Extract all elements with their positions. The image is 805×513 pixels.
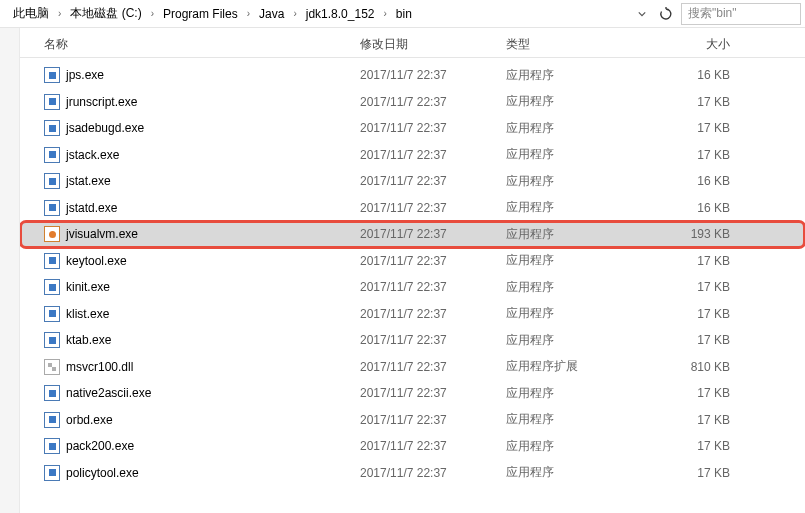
- file-date: 2017/11/7 22:37: [360, 95, 506, 109]
- file-date: 2017/11/7 22:37: [360, 201, 506, 215]
- exe-file-icon: [44, 67, 60, 83]
- file-name-cell: orbd.exe: [20, 412, 360, 428]
- file-name-cell: jvisualvm.exe: [20, 226, 360, 242]
- file-size: 17 KB: [650, 386, 750, 400]
- exe-file-icon: [44, 412, 60, 428]
- file-name-cell: kinit.exe: [20, 279, 360, 295]
- breadcrumb-item[interactable]: 本地磁盘 (C:): [67, 3, 144, 24]
- file-date: 2017/11/7 22:37: [360, 254, 506, 268]
- file-row[interactable]: klist.exe2017/11/7 22:37应用程序17 KB: [20, 301, 805, 328]
- exe-file-icon: [44, 306, 60, 322]
- file-row[interactable]: jvisualvm.exe2017/11/7 22:37应用程序193 KB: [20, 221, 805, 248]
- file-name: kinit.exe: [66, 280, 110, 294]
- file-size: 17 KB: [650, 280, 750, 294]
- file-date: 2017/11/7 22:37: [360, 227, 506, 241]
- exe-file-icon: [44, 279, 60, 295]
- breadcrumb-history-dropdown[interactable]: [631, 3, 653, 25]
- chevron-right-icon: ›: [243, 8, 254, 19]
- breadcrumb: 此电脑›本地磁盘 (C:)›Program Files›Java›jdk1.8.…: [4, 3, 629, 24]
- file-date: 2017/11/7 22:37: [360, 360, 506, 374]
- exe-file-icon: [44, 94, 60, 110]
- file-size: 17 KB: [650, 95, 750, 109]
- search-input[interactable]: 搜索"bin": [681, 3, 801, 25]
- file-type: 应用程序: [506, 305, 650, 322]
- file-row[interactable]: keytool.exe2017/11/7 22:37应用程序17 KB: [20, 248, 805, 275]
- file-name: keytool.exe: [66, 254, 127, 268]
- search-placeholder: 搜索"bin": [688, 5, 737, 22]
- file-row[interactable]: jsadebugd.exe2017/11/7 22:37应用程序17 KB: [20, 115, 805, 142]
- file-rows: jps.exe2017/11/7 22:37应用程序16 KBjrunscrip…: [20, 58, 805, 486]
- breadcrumb-item[interactable]: Java: [256, 5, 287, 23]
- file-type: 应用程序: [506, 332, 650, 349]
- file-size: 17 KB: [650, 333, 750, 347]
- file-size: 16 KB: [650, 201, 750, 215]
- nav-pane-strip: [0, 28, 20, 513]
- file-size: 17 KB: [650, 307, 750, 321]
- file-size: 16 KB: [650, 68, 750, 82]
- file-type: 应用程序: [506, 199, 650, 216]
- dll-file-icon: [44, 359, 60, 375]
- column-header-size[interactable]: 大小: [650, 36, 750, 53]
- file-row[interactable]: pack200.exe2017/11/7 22:37应用程序17 KB: [20, 433, 805, 460]
- breadcrumb-item[interactable]: 此电脑: [10, 3, 52, 24]
- file-row[interactable]: jstatd.exe2017/11/7 22:37应用程序16 KB: [20, 195, 805, 222]
- exe-file-icon: [44, 465, 60, 481]
- file-name-cell: jrunscript.exe: [20, 94, 360, 110]
- breadcrumb-item[interactable]: Program Files: [160, 5, 241, 23]
- file-row[interactable]: msvcr100.dll2017/11/7 22:37应用程序扩展810 KB: [20, 354, 805, 381]
- file-type: 应用程序: [506, 279, 650, 296]
- file-name: msvcr100.dll: [66, 360, 133, 374]
- file-size: 17 KB: [650, 254, 750, 268]
- file-type: 应用程序扩展: [506, 358, 650, 375]
- file-date: 2017/11/7 22:37: [360, 148, 506, 162]
- file-name-cell: ktab.exe: [20, 332, 360, 348]
- file-name: policytool.exe: [66, 466, 139, 480]
- chevron-right-icon: ›: [54, 8, 65, 19]
- file-row[interactable]: jrunscript.exe2017/11/7 22:37应用程序17 KB: [20, 89, 805, 116]
- file-type: 应用程序: [506, 93, 650, 110]
- file-name: jstatd.exe: [66, 201, 117, 215]
- file-type: 应用程序: [506, 173, 650, 190]
- file-name-cell: jstat.exe: [20, 173, 360, 189]
- exe-file-icon: [44, 253, 60, 269]
- file-row[interactable]: native2ascii.exe2017/11/7 22:37应用程序17 KB: [20, 380, 805, 407]
- file-type: 应用程序: [506, 438, 650, 455]
- file-name-cell: pack200.exe: [20, 438, 360, 454]
- file-date: 2017/11/7 22:37: [360, 307, 506, 321]
- file-type: 应用程序: [506, 120, 650, 137]
- exe-file-icon: [44, 173, 60, 189]
- file-date: 2017/11/7 22:37: [360, 333, 506, 347]
- file-size: 17 KB: [650, 148, 750, 162]
- column-header-name[interactable]: 名称: [20, 36, 360, 53]
- breadcrumb-item[interactable]: jdk1.8.0_152: [303, 5, 378, 23]
- exe-file-icon: [44, 332, 60, 348]
- file-name-cell: keytool.exe: [20, 253, 360, 269]
- content-area: 名称 修改日期 类型 大小 jps.exe2017/11/7 22:37应用程序…: [0, 28, 805, 513]
- file-size: 17 KB: [650, 121, 750, 135]
- breadcrumb-item[interactable]: bin: [393, 5, 415, 23]
- file-type: 应用程序: [506, 464, 650, 481]
- refresh-button[interactable]: [655, 3, 677, 25]
- exe-file-icon: [44, 200, 60, 216]
- exe-file-icon: [44, 385, 60, 401]
- file-name: native2ascii.exe: [66, 386, 151, 400]
- file-row[interactable]: ktab.exe2017/11/7 22:37应用程序17 KB: [20, 327, 805, 354]
- file-row[interactable]: jstack.exe2017/11/7 22:37应用程序17 KB: [20, 142, 805, 169]
- file-name: jvisualvm.exe: [66, 227, 138, 241]
- column-header-type[interactable]: 类型: [506, 36, 650, 53]
- file-name: ktab.exe: [66, 333, 111, 347]
- file-row[interactable]: policytool.exe2017/11/7 22:37应用程序17 KB: [20, 460, 805, 487]
- file-name: jstat.exe: [66, 174, 111, 188]
- column-header-date[interactable]: 修改日期: [360, 36, 506, 53]
- file-row[interactable]: orbd.exe2017/11/7 22:37应用程序17 KB: [20, 407, 805, 434]
- file-row[interactable]: jstat.exe2017/11/7 22:37应用程序16 KB: [20, 168, 805, 195]
- chevron-right-icon: ›: [379, 8, 390, 19]
- file-row[interactable]: jps.exe2017/11/7 22:37应用程序16 KB: [20, 62, 805, 89]
- file-name: jrunscript.exe: [66, 95, 137, 109]
- file-type: 应用程序: [506, 411, 650, 428]
- file-row[interactable]: kinit.exe2017/11/7 22:37应用程序17 KB: [20, 274, 805, 301]
- file-size: 16 KB: [650, 174, 750, 188]
- file-size: 810 KB: [650, 360, 750, 374]
- exe-file-icon: [44, 438, 60, 454]
- file-type: 应用程序: [506, 226, 650, 243]
